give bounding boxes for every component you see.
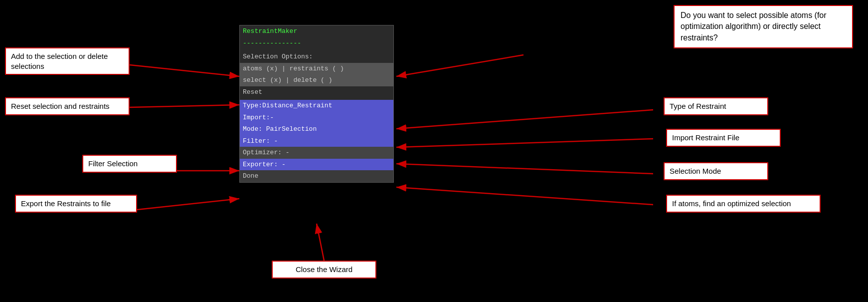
svg-line-4 <box>137 199 239 210</box>
terminal-title: RestraintMaker <box>240 25 393 37</box>
optimized-text: If atoms, find an optimized selection <box>672 199 791 208</box>
close-text: Close the Wizard <box>296 265 352 274</box>
svg-line-5 <box>317 224 324 261</box>
svg-line-6 <box>396 55 523 76</box>
export-text: Export the Restraints to file <box>21 199 111 208</box>
terminal-type-row[interactable]: Type:Distance_Restraint <box>240 100 393 112</box>
terminal-import-row[interactable]: Import:- <box>240 112 393 124</box>
terminal-mode-row[interactable]: Mode: PairSelection <box>240 123 393 135</box>
add-delete-text: Add to the selection or deleteselections <box>11 52 108 70</box>
type-restraint-text: Type of Restraint <box>670 102 726 110</box>
svg-line-9 <box>396 164 653 174</box>
terminal-exporter-row[interactable]: Exporter: - <box>240 159 393 171</box>
filter-text: Filter Selection <box>88 159 138 168</box>
svg-line-8 <box>396 139 653 147</box>
export-label: Export the Restraints to file <box>15 195 137 213</box>
reset-text: Reset selection and restraints <box>11 102 110 110</box>
terminal-selection-options: Selection Options: <box>240 51 393 63</box>
reset-label: Reset selection and restraints <box>5 97 130 115</box>
top-description-box: Do you want to select possible atoms (fo… <box>674 5 853 48</box>
terminal-separator: --------------- <box>240 37 393 49</box>
filter-label: Filter Selection <box>82 155 177 173</box>
import-restraint-text: Import Restraint File <box>672 133 739 142</box>
top-description-text: Do you want to select possible atoms (fo… <box>681 11 827 42</box>
terminal-select-row[interactable]: select (x) | delete ( ) <box>240 74 393 86</box>
type-restraint-label: Type of Restraint <box>664 97 768 115</box>
svg-line-1 <box>130 65 239 76</box>
import-restraint-label: Import Restraint File <box>666 129 781 147</box>
terminal-atoms-row[interactable]: atoms (x) | restraints ( ) <box>240 63 393 75</box>
terminal-optimizer-row[interactable]: Optimizer: - <box>240 147 393 159</box>
close-label: Close the Wizard <box>272 261 376 279</box>
terminal-reset-row[interactable]: Reset <box>240 86 393 98</box>
add-delete-label: Add to the selection or deleteselections <box>5 47 130 75</box>
svg-line-2 <box>130 105 239 107</box>
selection-mode-label: Selection Mode <box>664 162 768 180</box>
terminal-filter-row[interactable]: Filter: - <box>240 135 393 147</box>
optimized-label: If atoms, find an optimized selection <box>666 195 821 213</box>
selection-mode-text: Selection Mode <box>670 167 721 175</box>
svg-line-7 <box>396 110 653 129</box>
terminal-panel: RestraintMaker --------------- Selection… <box>239 25 394 183</box>
terminal-done-row[interactable]: Done <box>240 170 393 182</box>
svg-line-10 <box>396 187 653 205</box>
